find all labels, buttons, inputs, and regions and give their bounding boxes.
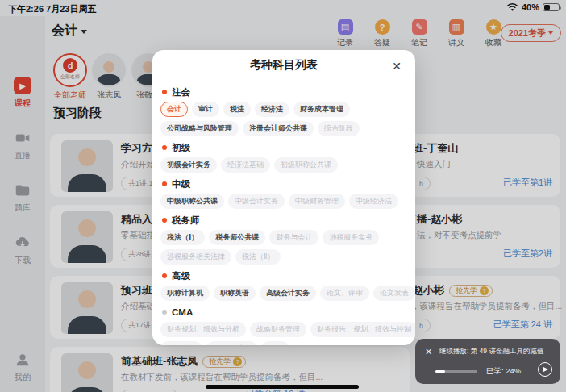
- subject-pill-职称计算机[interactable]: 职称计算机: [160, 286, 210, 301]
- subject-pill-会计[interactable]: 会计: [160, 102, 188, 117]
- subject-pill-初级职称公共课[interactable]: 初级职称公共课: [274, 157, 338, 173]
- subject-pill-row: 财务规划、绩效与分析战略财务管理财务报告、规划、绩效与控制: [160, 322, 407, 337]
- subject-pill-注册会计师公共课[interactable]: 注册会计师公共课: [243, 121, 314, 136]
- subject-section-税务师: 税务师: [162, 215, 407, 226]
- subject-pill-row: 公司战略与风险管理注册会计师公共课综合阶段: [160, 121, 407, 136]
- subject-pill-经济法基础[interactable]: 经济法基础: [221, 157, 270, 173]
- subject-pill-税法（Ⅱ）[interactable]: 税法（Ⅱ）: [235, 249, 281, 265]
- subject-pill-税务师公共课[interactable]: 税务师公共课: [209, 230, 265, 245]
- subject-pill-中级经济法[interactable]: 中级经济法: [349, 194, 398, 209]
- subject-pill-row: 涉税服务相关法律税法（Ⅱ）: [160, 249, 407, 265]
- subject-pill-经济法[interactable]: 经济法: [255, 102, 289, 117]
- subject-pill-论文、评审[interactable]: 论文、评审: [320, 286, 369, 301]
- section-dot: [162, 145, 167, 150]
- section-name: 高级: [172, 270, 190, 282]
- subject-section-CMA: CMA: [162, 307, 407, 318]
- subject-pill-战略财务管理[interactable]: 战略财务管理: [250, 322, 306, 337]
- home-indicator[interactable]: [206, 385, 359, 389]
- section-dot: [162, 218, 167, 223]
- subject-pill-财务规划、绩效与分析[interactable]: 财务规划、绩效与分析: [160, 322, 246, 337]
- subject-pill-row: 会计审计税法经济法财务成本管理: [160, 102, 407, 117]
- subject-pill-财务决策[interactable]: 财务决策: [160, 341, 202, 345]
- subject-pill-涉税服务实务[interactable]: 涉税服务实务: [323, 230, 379, 245]
- subject-pill-中级职称公共课[interactable]: 中级职称公共课: [160, 194, 224, 209]
- close-icon[interactable]: ✕: [425, 347, 432, 357]
- subject-pill-税法（Ⅰ）[interactable]: 税法（Ⅰ）: [160, 230, 205, 245]
- play-progress-label: 已学: 24%: [486, 366, 521, 377]
- subject-list-modal: 考种科目列表 ✕ 注会会计审计税法经济法财务成本管理公司战略与风险管理注册会计师…: [152, 50, 415, 345]
- subject-pill-row: 初级会计实务经济法基础初级职称公共课: [160, 157, 407, 173]
- subject-section-中级: 中级: [162, 178, 407, 190]
- section-name: 税务师: [172, 215, 200, 227]
- section-name: 注会: [172, 86, 190, 98]
- subject-pill-row: 税法（Ⅰ）税务师公共课财务与会计涉税服务实务: [160, 230, 407, 245]
- section-name: CMA: [172, 307, 193, 317]
- subject-section-初级: 初级: [162, 142, 407, 153]
- app-screen: 下午2:26 7月23日周五 40% d 会计云课堂 会计 ▤记录?答疑✎笔记▥…: [0, 0, 566, 392]
- subject-pill-论文发表[interactable]: 论文发表: [373, 286, 415, 301]
- subject-pill-财务报告、规划、绩效与控制[interactable]: 财务报告、规划、绩效与控制: [310, 322, 415, 337]
- subject-pill-CPE[interactable]: CPE: [261, 341, 289, 345]
- section-dot: [162, 310, 167, 315]
- section-dot: [162, 181, 167, 186]
- subject-pill-row: 中级职称公共课中级会计实务中级财务管理中级经济法: [160, 194, 407, 209]
- subject-pill-财务成本管理[interactable]: 财务成本管理: [293, 102, 350, 117]
- section-name: 初级: [172, 142, 190, 154]
- subject-pill-综合阶段[interactable]: 综合阶段: [318, 121, 360, 136]
- play-icon[interactable]: [538, 362, 552, 377]
- subject-pill-税法[interactable]: 税法: [223, 102, 251, 117]
- subject-pill-row: 财务决策CMA公共课CPE: [160, 341, 407, 345]
- subject-pill-财务与会计[interactable]: 财务与会计: [269, 230, 318, 245]
- section-dot: [162, 273, 167, 278]
- subject-section-高级: 高级: [162, 270, 407, 281]
- subject-pill-初级会计实务[interactable]: 初级会计实务: [160, 157, 217, 173]
- subject-section-注会: 注会: [162, 86, 407, 98]
- close-icon[interactable]: ✕: [389, 59, 404, 73]
- play-progress-bar: [435, 370, 477, 373]
- subject-pill-高级会计实务[interactable]: 高级会计实务: [260, 286, 316, 301]
- section-dot: [162, 90, 167, 94]
- subject-pill-中级会计实务[interactable]: 中级会计实务: [228, 194, 285, 209]
- subject-pill-审计[interactable]: 审计: [192, 102, 219, 117]
- section-name: 中级: [172, 178, 190, 190]
- subject-pill-涉税服务相关法律[interactable]: 涉税服务相关法律: [160, 249, 231, 265]
- subject-pill-职称英语[interactable]: 职称英语: [214, 286, 256, 301]
- subject-sections: 注会会计审计税法经济法财务成本管理公司战略与风险管理注册会计师公共课综合阶段初级…: [160, 86, 407, 345]
- subject-pill-row: 职称计算机职称英语高级会计实务论文、评审论文发表: [160, 286, 407, 301]
- subject-pill-公司战略与风险管理[interactable]: 公司战略与风险管理: [160, 121, 239, 136]
- continue-play-text: 继续播放: 第 49 讲金融工具的减值: [439, 347, 543, 357]
- subject-pill-中级财务管理[interactable]: 中级财务管理: [289, 194, 345, 209]
- subject-pill-CMA公共课[interactable]: CMA公共课: [206, 341, 257, 345]
- modal-title: 考种科目列表: [250, 58, 318, 73]
- continue-play-toast[interactable]: ✕ 继续播放: 第 49 讲金融工具的减值 已学: 24%: [415, 339, 560, 384]
